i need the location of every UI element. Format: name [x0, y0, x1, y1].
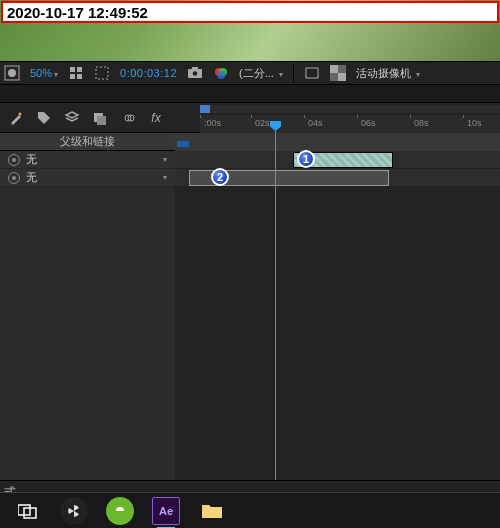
svg-rect-15	[97, 116, 106, 125]
parent-dropdown[interactable]: 无 ▾	[26, 170, 175, 185]
resolution-label: (二分...	[239, 67, 274, 79]
resolution-dropdown[interactable]: (二分... ▾	[239, 66, 283, 81]
grid-icon[interactable]	[68, 65, 84, 81]
taskbar-app-green[interactable]	[106, 497, 134, 525]
svg-rect-5	[192, 67, 198, 70]
svg-point-1	[8, 69, 16, 77]
layer-row[interactable]: 无 ▾	[0, 151, 175, 169]
camera-dropdown[interactable]: 活动摄像机 ▾	[356, 66, 420, 81]
ruler-tick: 06s	[361, 118, 376, 128]
ruler-tick: 08s	[414, 118, 429, 128]
chevron-down-icon: ▾	[416, 70, 420, 79]
svg-point-13	[19, 112, 22, 115]
ruler-tick: 02s	[255, 118, 270, 128]
ruler-tick: :00s	[204, 118, 221, 128]
layer-row[interactable]: 无 ▾	[0, 169, 175, 187]
svg-point-8	[217, 71, 225, 79]
preview-toolbar: 50%▾ 0:00:03:12 (二分... ▾ 活动摄像机 ▾	[0, 61, 500, 85]
snapshot-icon[interactable]	[187, 65, 203, 81]
tag-icon[interactable]	[36, 110, 52, 126]
timestamp-text: 2020-10-17 12:49:52	[7, 4, 148, 21]
ruler-tick: 10s	[467, 118, 482, 128]
pickwhip-icon[interactable]	[8, 172, 20, 184]
taskbar-app-explorer[interactable]	[198, 497, 226, 525]
track-row[interactable]	[175, 151, 500, 169]
svg-rect-12	[338, 73, 346, 81]
timestamp-overlay: 2020-10-17 12:49:52	[1, 1, 499, 23]
annotation-callout-2: 2	[211, 168, 229, 186]
fx-icon[interactable]: fx	[148, 110, 164, 126]
column-header-parent[interactable]: 父级和链接	[0, 133, 175, 151]
zoom-dropdown[interactable]: 50%▾	[30, 67, 58, 79]
layers-icon[interactable]	[64, 110, 80, 126]
current-timecode[interactable]: 0:00:03:12	[120, 67, 177, 79]
timeline-tracks[interactable]: 1 2	[175, 133, 500, 480]
work-area-bar[interactable]	[200, 105, 500, 113]
svg-point-4	[193, 71, 198, 76]
panel-gap	[0, 85, 500, 103]
timeline-start-marker[interactable]	[177, 141, 189, 147]
windows-taskbar: Ae	[0, 492, 500, 528]
track-header[interactable]	[175, 133, 500, 151]
time-ruler[interactable]: :00s 02s 04s 06s 08s 10s	[200, 115, 500, 133]
mask-icon[interactable]	[4, 65, 20, 81]
layer-columns: 父级和链接 无 ▾ 无 ▾	[0, 133, 175, 480]
separator	[293, 64, 294, 82]
layer-tools: fx :00s 02s 04s 06s 08s 10s	[0, 103, 500, 133]
bounds-icon[interactable]	[94, 65, 110, 81]
svg-rect-11	[330, 65, 338, 73]
left-empty	[0, 187, 175, 480]
link-icon[interactable]	[120, 110, 136, 126]
region-icon[interactable]	[304, 65, 320, 81]
parent-value: 无	[26, 170, 37, 185]
ruler-tick: 04s	[308, 118, 323, 128]
task-view-icon[interactable]	[14, 497, 42, 525]
annotation-callout-1: 1	[297, 150, 315, 168]
layers2-icon[interactable]	[92, 110, 108, 126]
taskbar-app-after-effects[interactable]: Ae	[152, 497, 180, 525]
timeline-panel: 父级和链接 无 ▾ 无 ▾ 1 2	[0, 133, 500, 480]
channels-icon[interactable]	[213, 65, 229, 81]
parent-dropdown[interactable]: 无 ▾	[26, 152, 175, 167]
parent-value: 无	[26, 152, 37, 167]
chevron-down-icon: ▾	[163, 173, 167, 182]
svg-rect-2	[96, 67, 108, 79]
transparency-grid-icon[interactable]	[330, 65, 346, 81]
playhead[interactable]	[275, 121, 276, 480]
chevron-down-icon: ▾	[54, 70, 58, 79]
camera-label: 活动摄像机	[356, 67, 411, 79]
zoom-value: 50%	[30, 67, 52, 79]
work-area-start[interactable]	[200, 105, 210, 113]
pickwhip-icon[interactable]	[8, 154, 20, 166]
wand-icon[interactable]	[8, 110, 24, 126]
chevron-down-icon: ▾	[279, 70, 283, 79]
svg-rect-9	[306, 68, 318, 78]
chevron-down-icon: ▾	[163, 155, 167, 164]
taskbar-app-fan[interactable]	[60, 497, 88, 525]
empty-tracks[interactable]	[175, 187, 500, 480]
